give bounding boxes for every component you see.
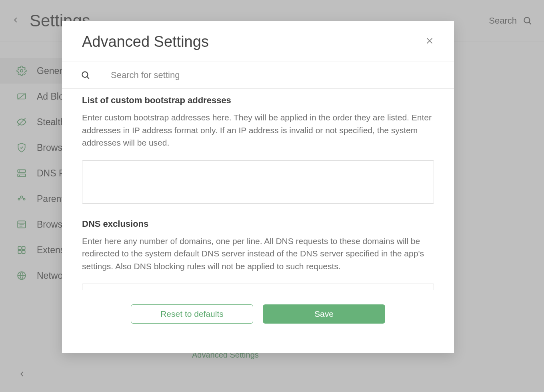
reset-to-defaults-button[interactable]: Reset to defaults: [131, 304, 253, 324]
setting-group-bootstrap: List of custom bootstrap addresses Enter…: [82, 95, 434, 205]
svg-point-25: [82, 72, 88, 77]
modal-search-row: [62, 62, 454, 89]
settings-search-input[interactable]: [111, 70, 434, 80]
save-button[interactable]: Save: [263, 304, 385, 324]
setting-title: DNS exclusions: [82, 219, 434, 229]
modal-title: Advanced Settings: [82, 33, 209, 50]
setting-description: Enter here any number of domains, one pe…: [82, 235, 434, 273]
bootstrap-addresses-textarea[interactable]: [82, 160, 434, 204]
dns-exclusions-textarea[interactable]: [82, 284, 434, 290]
setting-title: List of custom bootstrap addresses: [82, 95, 434, 106]
search-icon: [80, 70, 91, 80]
modal-footer: Reset to defaults Save: [62, 290, 454, 353]
advanced-settings-modal: Advanced Settings List of custom bootstr…: [62, 21, 454, 353]
close-icon[interactable]: [425, 36, 434, 48]
setting-description: Enter custom bootstrap addresses here. T…: [82, 111, 434, 149]
modal-header: Advanced Settings: [62, 21, 454, 62]
setting-group-dns-exclusions: DNS exclusions Enter here any number of …: [82, 219, 434, 290]
svg-line-26: [87, 76, 89, 78]
modal-body[interactable]: List of custom bootstrap addresses Enter…: [62, 89, 454, 290]
